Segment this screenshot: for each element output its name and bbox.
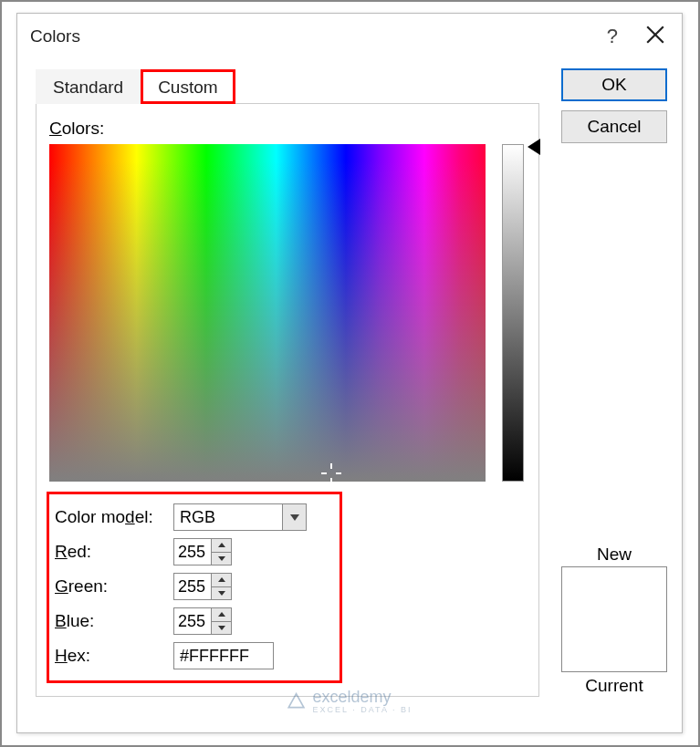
chevron-down-icon [290, 514, 299, 521]
color-model-select[interactable]: RGB [173, 503, 307, 531]
dialog-title: Colors [30, 26, 80, 47]
blue-label: Blue: [55, 611, 173, 631]
red-up[interactable] [212, 539, 231, 553]
blue-up[interactable] [212, 608, 231, 622]
tab-custom[interactable]: Custom [141, 69, 235, 104]
new-color-swatch [562, 567, 666, 619]
svg-marker-2 [288, 693, 304, 707]
close-icon [645, 25, 665, 45]
luminance-slider[interactable] [502, 144, 524, 482]
current-label: Current [585, 676, 643, 696]
dropdown-button[interactable] [282, 504, 306, 530]
triangle-down-icon [218, 626, 225, 630]
red-down[interactable] [212, 553, 231, 565]
custom-panel: Colors: Color model: [36, 104, 539, 697]
current-color-swatch [562, 619, 666, 671]
blue-down[interactable] [212, 622, 231, 635]
triangle-up-icon [218, 543, 225, 547]
titlebar: Colors ? [17, 14, 682, 59]
watermark: exceldemy EXCEL · DATA · BI [287, 688, 413, 714]
green-input[interactable] [174, 574, 211, 599]
green-down[interactable] [212, 587, 231, 600]
blue-spinner[interactable] [173, 607, 232, 635]
new-label: New [597, 545, 632, 565]
color-model-value: RGB [174, 508, 282, 527]
luminance-arrow-icon[interactable] [528, 139, 540, 155]
red-spinner[interactable] [173, 538, 232, 565]
green-label: Green: [55, 576, 173, 597]
triangle-down-icon [218, 556, 225, 561]
color-values-group: Color model: RGB Red: [49, 494, 340, 680]
triangle-down-icon [218, 591, 225, 596]
help-button[interactable]: ? [607, 25, 618, 48]
cancel-button[interactable]: Cancel [561, 110, 667, 143]
green-spinner[interactable] [173, 573, 232, 600]
color-preview [561, 566, 667, 672]
tab-standard[interactable]: Standard [36, 69, 141, 104]
watermark-tagline: EXCEL · DATA · BI [313, 705, 413, 714]
red-label: Red: [55, 542, 173, 562]
close-button[interactable] [645, 25, 665, 45]
color-model-label: Color model: [55, 507, 173, 527]
triangle-up-icon [218, 577, 225, 582]
green-up[interactable] [212, 574, 231, 587]
hex-label: Hex: [55, 646, 173, 666]
color-spectrum[interactable] [49, 144, 486, 482]
tab-bar: Standard Custom [36, 68, 539, 104]
colors-dialog: Colors ? Standard Custom Colors: [16, 13, 683, 733]
hex-input[interactable] [173, 642, 274, 669]
triangle-up-icon [218, 612, 225, 617]
logo-icon [287, 692, 306, 711]
ok-button[interactable]: OK [561, 68, 667, 101]
red-input[interactable] [174, 539, 211, 565]
blue-input[interactable] [174, 608, 211, 634]
crosshair-icon [325, 467, 338, 480]
colors-label: Colors: [49, 119, 526, 139]
watermark-brand: exceldemy [313, 688, 392, 706]
